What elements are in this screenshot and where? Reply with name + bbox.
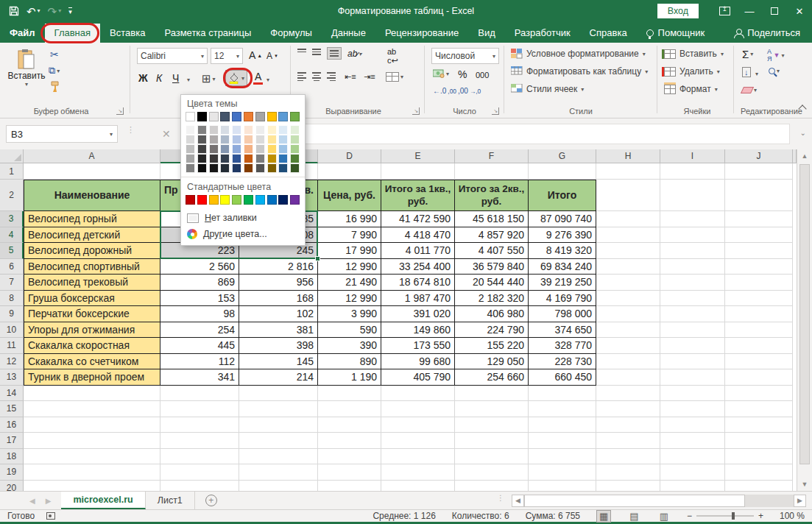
redo-button[interactable]: ↷▾ xyxy=(48,6,62,17)
undo-button[interactable]: ↶▾ xyxy=(27,6,40,17)
row-header-6[interactable]: 6 xyxy=(0,259,24,275)
zoom-thumb[interactable] xyxy=(732,512,735,520)
cell-A7[interactable]: Велосипед трековый xyxy=(24,275,160,291)
scroll-right-icon[interactable]: ▶ xyxy=(794,495,806,507)
cell-E18[interactable] xyxy=(381,449,455,465)
cell-D8[interactable]: 12 990 xyxy=(318,291,381,307)
cell-C14[interactable] xyxy=(239,386,318,402)
column-header-J[interactable]: J xyxy=(725,149,793,163)
scroll-down-icon[interactable]: ▼ xyxy=(797,478,812,491)
cell-I4[interactable] xyxy=(660,227,725,244)
cell-J13[interactable] xyxy=(725,369,793,386)
cell-A17[interactable] xyxy=(24,433,160,449)
align-middle-button[interactable] xyxy=(312,49,321,55)
row-header-4[interactable]: 4 xyxy=(0,227,24,244)
theme-color-000000[interactable] xyxy=(197,112,207,121)
sheet-nav-right-icon[interactable]: ▶ xyxy=(46,497,52,505)
cell-C10[interactable]: 381 xyxy=(239,322,318,339)
theme-color-E7E6E6[interactable] xyxy=(209,112,219,121)
cell-F9[interactable]: 406 980 xyxy=(455,306,529,322)
theme-variant-r3-538135[interactable] xyxy=(290,154,300,163)
font-color-dropdown[interactable]: ▾ xyxy=(266,77,269,83)
theme-variant-r4-1F4E79[interactable] xyxy=(278,163,288,173)
cell-B16[interactable] xyxy=(160,417,239,433)
cell-D11[interactable]: 390 xyxy=(318,338,381,354)
theme-variant-r0-D0CECE[interactable] xyxy=(209,125,219,135)
column-header-F[interactable]: F xyxy=(455,149,529,163)
fill-button[interactable]: ↓ xyxy=(742,67,751,77)
cell-G9[interactable]: 798 000 xyxy=(529,306,596,322)
cell-E17[interactable] xyxy=(381,433,455,449)
scroll-up-icon[interactable]: ▲ xyxy=(797,149,812,163)
cell-J6[interactable] xyxy=(725,259,793,275)
cell-D7[interactable]: 21 490 xyxy=(318,275,381,291)
cell-A6[interactable]: Велосипед спортивный xyxy=(24,259,160,275)
theme-variant-r1-BDD7EE[interactable] xyxy=(278,135,288,144)
tab-assistant[interactable]: Помощник xyxy=(637,24,715,43)
cell-H14[interactable] xyxy=(596,386,660,402)
cell-I20[interactable] xyxy=(660,481,725,492)
formula-bar-splitter[interactable]: ⋮ xyxy=(127,128,135,132)
cell-D15[interactable] xyxy=(318,401,381,417)
cell-F16[interactable] xyxy=(455,417,529,433)
row-header-13[interactable]: 13 xyxy=(0,369,24,386)
theme-color-ED7D31[interactable] xyxy=(244,112,253,121)
cell-A10[interactable]: Упоры для отжимания xyxy=(24,322,160,339)
normal-view-button[interactable]: ▦ xyxy=(596,510,611,523)
cell-C16[interactable] xyxy=(239,417,318,433)
standard-color-FFC000[interactable] xyxy=(209,195,219,205)
zoom-in-icon[interactable]: + xyxy=(758,511,763,521)
theme-variant-r1-C5E0B3[interactable] xyxy=(290,135,300,144)
standard-color-00B0F0[interactable] xyxy=(255,195,265,205)
cell-H9[interactable] xyxy=(596,306,660,322)
cell-B9[interactable]: 98 xyxy=(160,306,239,322)
theme-variant-r2-F4B183[interactable] xyxy=(244,144,253,154)
cell-J20[interactable] xyxy=(725,481,793,492)
cell-H1[interactable] xyxy=(596,163,660,180)
cell-A15[interactable] xyxy=(24,401,160,417)
cell-A4[interactable]: Велосипед детский xyxy=(24,227,160,244)
no-fill-option[interactable]: Нет заливки xyxy=(181,210,305,226)
cell-I9[interactable] xyxy=(660,306,725,322)
cell-H18[interactable] xyxy=(596,449,660,465)
percent-style-button[interactable]: % xyxy=(458,68,467,80)
cell-A20[interactable] xyxy=(24,481,160,492)
cell-A3[interactable]: Велосипед горный xyxy=(24,211,160,227)
cell-C9[interactable]: 102 xyxy=(239,306,318,322)
column-header-I[interactable]: I xyxy=(660,149,725,163)
theme-variant-r1-595959[interactable] xyxy=(197,135,207,144)
cell-G10[interactable]: 374 650 xyxy=(529,322,596,339)
cell-F1[interactable] xyxy=(455,163,529,180)
format-painter-button[interactable] xyxy=(50,81,60,93)
theme-variant-r3-2E75B5[interactable] xyxy=(278,154,288,163)
theme-color-70AD47[interactable] xyxy=(290,112,300,121)
name-box-dropdown-icon[interactable]: ▾ xyxy=(110,131,113,138)
tab-главная[interactable]: Главная xyxy=(45,24,100,43)
fill-color-button[interactable]: ▾ xyxy=(225,70,247,86)
theme-variant-r4-1F3864[interactable] xyxy=(232,163,241,173)
theme-variant-r3-3B3838[interactable] xyxy=(209,154,219,163)
cell-styles-button[interactable]: Стили ячеек▾ xyxy=(511,84,584,94)
macro-record-icon[interactable] xyxy=(46,512,55,520)
theme-variant-r0-DEEBF6[interactable] xyxy=(278,125,288,135)
conditional-formatting-button[interactable]: Условное форматирование▾ xyxy=(511,49,646,59)
cell-I2[interactable] xyxy=(660,180,725,211)
theme-variant-r0-FFF2CC[interactable] xyxy=(267,125,277,135)
find-select-button[interactable]: ▾ xyxy=(769,68,780,74)
cell-G12[interactable]: 228 730 xyxy=(529,354,596,370)
cell-F11[interactable]: 155 220 xyxy=(455,338,529,354)
cell-E13[interactable]: 405 790 xyxy=(381,369,455,386)
theme-variant-r2-8496B0[interactable] xyxy=(220,144,230,154)
cell-H17[interactable] xyxy=(596,433,660,449)
decrease-indent-button[interactable]: ⇤≡ xyxy=(345,72,356,82)
cell-H10[interactable] xyxy=(596,322,660,339)
theme-variant-r4-222B35[interactable] xyxy=(220,163,230,173)
cell-B12[interactable]: 112 xyxy=(160,354,239,370)
row-header-12[interactable]: 12 xyxy=(0,354,24,370)
cell-A9[interactable]: Перчатки боксерские xyxy=(24,306,160,322)
theme-color-FFC000[interactable] xyxy=(267,112,277,121)
cell-C20[interactable] xyxy=(239,481,318,492)
theme-variant-r3-A6A6A6[interactable] xyxy=(186,154,195,163)
name-box[interactable]: B3 ▾ xyxy=(6,125,118,143)
cell-F12[interactable]: 129 050 xyxy=(455,354,529,370)
